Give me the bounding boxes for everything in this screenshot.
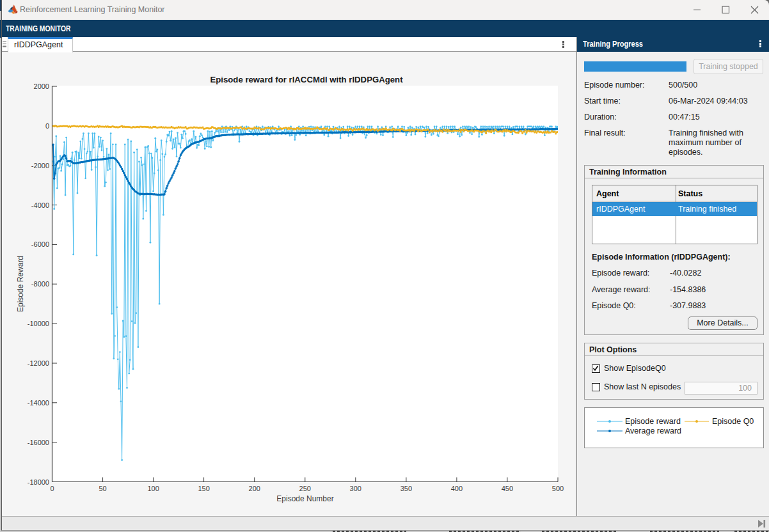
svg-text:100: 100 xyxy=(147,485,159,492)
svg-text:2000: 2000 xyxy=(33,82,49,90)
svg-text:-14000: -14000 xyxy=(27,399,49,407)
svg-text:150: 150 xyxy=(198,485,209,492)
svg-text:350: 350 xyxy=(400,485,411,492)
svg-text:-12000: -12000 xyxy=(27,359,49,367)
svg-text:-10000: -10000 xyxy=(27,320,49,327)
svg-text:-2000: -2000 xyxy=(31,162,49,169)
svg-text:400: 400 xyxy=(450,485,462,492)
svg-text:Episode reward for rlACCMdl wi: Episode reward for rlACCMdl with rlDDPGA… xyxy=(210,75,403,84)
svg-text:50: 50 xyxy=(99,485,106,492)
svg-text:-6000: -6000 xyxy=(31,240,49,248)
svg-text:-16000: -16000 xyxy=(27,439,49,446)
svg-text:300: 300 xyxy=(349,485,361,492)
svg-text:-8000: -8000 xyxy=(31,280,49,288)
svg-text:500: 500 xyxy=(551,485,563,492)
svg-text:200: 200 xyxy=(248,485,260,492)
svg-text:450: 450 xyxy=(501,485,512,492)
svg-text:0: 0 xyxy=(45,122,49,130)
svg-text:250: 250 xyxy=(299,485,310,492)
svg-text:-18000: -18000 xyxy=(27,478,49,486)
svg-text:Episode Number: Episode Number xyxy=(276,494,333,503)
svg-text:Episode Reward: Episode Reward xyxy=(16,256,25,312)
svg-text:-4000: -4000 xyxy=(31,201,49,209)
svg-text:0: 0 xyxy=(50,485,54,492)
